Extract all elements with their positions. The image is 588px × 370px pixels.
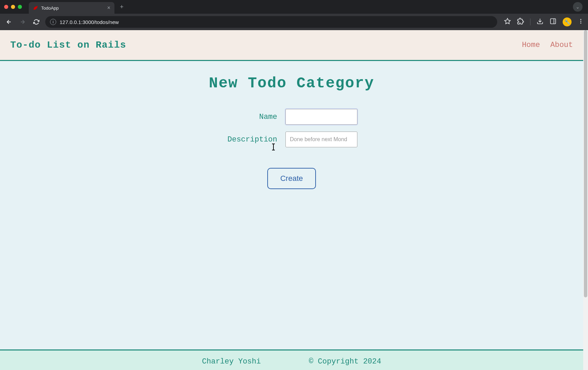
close-icon[interactable]: × [107, 5, 110, 11]
scrollbar[interactable] [583, 30, 588, 370]
nav-about-link[interactable]: About [550, 41, 573, 49]
footer-author: Charley Yoshi [202, 357, 261, 370]
app-footer: Charley Yoshi © Copyright 2024 [0, 349, 583, 370]
window-maximize-button[interactable] [18, 5, 22, 9]
new-tab-button[interactable]: + [120, 3, 124, 11]
address-bar: i 127.0.0.1:3000/todos/new 🔧 [0, 14, 588, 30]
sidepanel-icon[interactable] [550, 18, 556, 26]
browser-chrome: TodoApp × + ⌄ i 127.0.0.1:3000/todos/new [0, 0, 588, 30]
reload-button[interactable] [32, 19, 41, 25]
brand-link[interactable]: To-do List on Rails [10, 40, 126, 50]
description-input[interactable] [285, 132, 357, 147]
toolbar-icons: 🔧 [501, 17, 584, 26]
window-minimize-button[interactable] [11, 5, 15, 9]
svg-point-5 [580, 22, 581, 23]
menu-icon[interactable] [578, 18, 584, 26]
footer-copyright: © Copyright 2024 [309, 357, 381, 370]
name-input[interactable] [285, 109, 357, 125]
page-content: To-do List on Rails Home About New Todo … [0, 30, 583, 370]
description-row: Description [226, 132, 357, 147]
info-icon[interactable]: i [50, 19, 56, 25]
main-content: New Todo Category Name Description Creat… [0, 61, 583, 349]
scrollbar-thumb[interactable] [584, 30, 587, 297]
window-close-button[interactable] [4, 5, 8, 9]
back-button[interactable] [4, 19, 14, 25]
tab-bar: TodoApp × + ⌄ [0, 0, 588, 14]
description-label: Description [226, 135, 277, 144]
star-icon[interactable] [504, 18, 511, 26]
url-input[interactable]: i 127.0.0.1:3000/todos/new [45, 16, 497, 28]
name-row: Name [226, 109, 357, 125]
viewport: To-do List on Rails Home About New Todo … [0, 30, 588, 370]
profile-avatar[interactable]: 🔧 [563, 17, 572, 26]
url-text: 127.0.0.1:3000/todos/new [60, 19, 119, 25]
window-controls [4, 5, 26, 9]
rails-favicon-icon [33, 5, 38, 11]
create-button[interactable]: Create [267, 168, 316, 189]
name-label: Name [226, 113, 277, 121]
svg-marker-0 [505, 18, 511, 24]
browser-tab[interactable]: TodoApp × [29, 2, 114, 14]
extensions-icon[interactable] [517, 18, 524, 26]
svg-point-4 [580, 21, 581, 22]
page-title: New Todo Category [209, 75, 375, 92]
download-icon[interactable] [537, 18, 543, 26]
app-header: To-do List on Rails Home About [0, 30, 583, 61]
svg-point-3 [580, 19, 581, 20]
nav-links: Home About [522, 41, 573, 49]
forward-button[interactable] [18, 19, 27, 25]
svg-rect-1 [551, 18, 556, 24]
nav-home-link[interactable]: Home [522, 41, 540, 49]
chevron-down-icon[interactable]: ⌄ [573, 2, 583, 12]
tab-title: TodoApp [41, 5, 105, 11]
divider [530, 18, 530, 25]
